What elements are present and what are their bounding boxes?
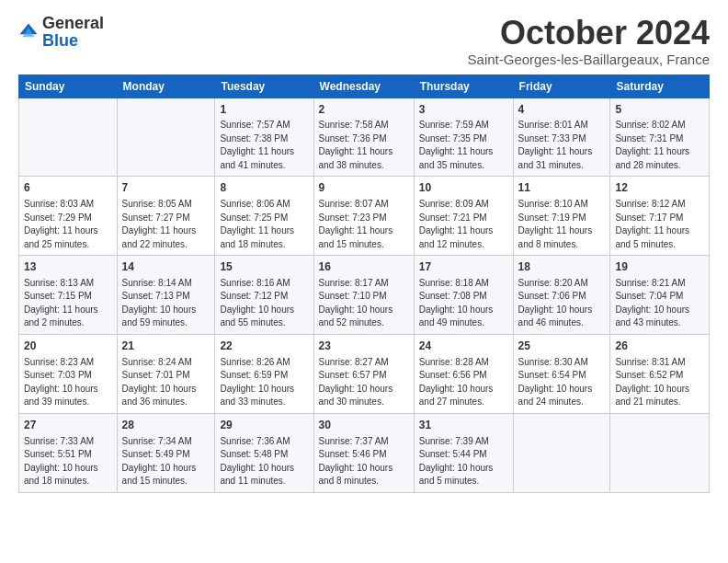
calendar-header-row: Sunday Monday Tuesday Wednesday Thursday… [19,75,710,98]
day-info: Sunrise: 8:12 AMSunset: 7:17 PMDaylight:… [615,198,704,251]
logo: General Blue [18,15,104,50]
calendar-cell: 1Sunrise: 7:57 AMSunset: 7:38 PMDaylight… [215,98,313,177]
day-number: 13 [24,259,112,275]
calendar-cell: 4Sunrise: 8:01 AMSunset: 7:33 PMDaylight… [513,98,610,177]
day-info: Sunrise: 7:33 AMSunset: 5:51 PMDaylight:… [24,435,112,488]
day-info: Sunrise: 7:57 AMSunset: 7:38 PMDaylight:… [220,119,308,172]
day-info: Sunrise: 8:14 AMSunset: 7:13 PMDaylight:… [122,277,210,330]
day-number: 28 [122,418,210,433]
day-info: Sunrise: 8:17 AMSunset: 7:10 PMDaylight:… [319,277,409,330]
day-info: Sunrise: 8:09 AMSunset: 7:21 PMDaylight:… [419,198,508,251]
day-number: 4 [518,102,606,118]
day-info: Sunrise: 7:58 AMSunset: 7:36 PMDaylight:… [319,119,409,172]
calendar-cell: 22Sunrise: 8:26 AMSunset: 6:59 PMDayligh… [215,334,313,413]
day-number: 12 [615,180,704,196]
col-monday: Monday [117,75,215,98]
day-number: 7 [122,180,210,196]
calendar-cell: 7Sunrise: 8:05 AMSunset: 7:27 PMDaylight… [117,177,215,256]
day-info: Sunrise: 8:13 AMSunset: 7:15 PMDaylight:… [24,277,112,330]
calendar-week-row: 6Sunrise: 8:03 AMSunset: 7:29 PMDaylight… [19,177,710,256]
calendar-cell: 6Sunrise: 8:03 AMSunset: 7:29 PMDaylight… [19,177,118,256]
calendar-cell: 23Sunrise: 8:27 AMSunset: 6:57 PMDayligh… [313,334,414,413]
day-info: Sunrise: 8:01 AMSunset: 7:33 PMDaylight:… [518,119,606,172]
day-number: 8 [220,180,308,196]
calendar-cell: 15Sunrise: 8:16 AMSunset: 7:12 PMDayligh… [215,256,313,335]
day-info: Sunrise: 7:37 AMSunset: 5:46 PMDaylight:… [319,435,409,488]
calendar-cell: 14Sunrise: 8:14 AMSunset: 7:13 PMDayligh… [117,256,215,335]
day-number: 9 [319,180,409,196]
day-info: Sunrise: 8:07 AMSunset: 7:23 PMDaylight:… [319,198,409,251]
col-saturday: Saturday [610,75,710,98]
day-info: Sunrise: 8:31 AMSunset: 6:52 PMDaylight:… [615,356,704,409]
calendar-cell: 9Sunrise: 8:07 AMSunset: 7:23 PMDaylight… [313,177,414,256]
calendar-cell: 28Sunrise: 7:34 AMSunset: 5:49 PMDayligh… [117,413,215,492]
day-info: Sunrise: 8:03 AMSunset: 7:29 PMDaylight:… [24,198,112,251]
day-number: 27 [24,418,112,433]
day-info: Sunrise: 8:18 AMSunset: 7:08 PMDaylight:… [419,277,508,330]
calendar-week-row: 13Sunrise: 8:13 AMSunset: 7:15 PMDayligh… [19,256,710,335]
calendar-cell: 17Sunrise: 8:18 AMSunset: 7:08 PMDayligh… [414,256,513,335]
calendar-cell: 12Sunrise: 8:12 AMSunset: 7:17 PMDayligh… [610,177,710,256]
calendar-cell: 19Sunrise: 8:21 AMSunset: 7:04 PMDayligh… [610,256,710,335]
logo-blue: Blue [42,31,78,50]
day-number: 20 [24,339,112,354]
calendar-cell: 3Sunrise: 7:59 AMSunset: 7:35 PMDaylight… [414,98,513,177]
calendar-week-row: 1Sunrise: 7:57 AMSunset: 7:38 PMDaylight… [19,98,710,177]
logo-icon [18,22,39,42]
day-number: 18 [518,259,606,275]
day-number: 22 [220,339,308,354]
day-info: Sunrise: 8:05 AMSunset: 7:27 PMDaylight:… [122,198,210,251]
calendar-cell: 29Sunrise: 7:36 AMSunset: 5:48 PMDayligh… [215,413,313,492]
title-block: October 2024 Saint-Georges-les-Baillarge… [468,15,710,67]
day-info: Sunrise: 8:23 AMSunset: 7:03 PMDaylight:… [24,356,112,409]
calendar-cell: 8Sunrise: 8:06 AMSunset: 7:25 PMDaylight… [215,177,313,256]
day-number: 30 [319,418,409,433]
day-number: 3 [419,102,508,118]
calendar-cell [513,413,610,492]
day-number: 31 [419,418,508,433]
day-number: 24 [419,339,508,354]
calendar-cell: 31Sunrise: 7:39 AMSunset: 5:44 PMDayligh… [414,413,513,492]
day-number: 14 [122,259,210,275]
month-title: October 2024 [468,15,710,52]
col-thursday: Thursday [414,75,513,98]
day-info: Sunrise: 8:02 AMSunset: 7:31 PMDaylight:… [615,119,704,172]
day-number: 23 [319,339,409,354]
calendar-cell: 25Sunrise: 8:30 AMSunset: 6:54 PMDayligh… [513,334,610,413]
day-number: 2 [319,102,409,118]
day-info: Sunrise: 8:30 AMSunset: 6:54 PMDaylight:… [518,356,606,409]
day-info: Sunrise: 8:26 AMSunset: 6:59 PMDaylight:… [220,356,308,409]
calendar-cell [117,98,215,177]
calendar-cell: 20Sunrise: 8:23 AMSunset: 7:03 PMDayligh… [19,334,118,413]
day-info: Sunrise: 8:10 AMSunset: 7:19 PMDaylight:… [518,198,606,251]
day-number: 11 [518,180,606,196]
calendar-cell: 11Sunrise: 8:10 AMSunset: 7:19 PMDayligh… [513,177,610,256]
day-info: Sunrise: 8:20 AMSunset: 7:06 PMDaylight:… [518,277,606,330]
day-number: 5 [615,102,704,118]
day-info: Sunrise: 8:16 AMSunset: 7:12 PMDaylight:… [220,277,308,330]
day-number: 17 [419,259,508,275]
calendar-cell: 5Sunrise: 8:02 AMSunset: 7:31 PMDaylight… [610,98,710,177]
calendar-cell: 16Sunrise: 8:17 AMSunset: 7:10 PMDayligh… [313,256,414,335]
calendar-cell: 18Sunrise: 8:20 AMSunset: 7:06 PMDayligh… [513,256,610,335]
calendar-cell: 21Sunrise: 8:24 AMSunset: 7:01 PMDayligh… [117,334,215,413]
calendar-cell: 27Sunrise: 7:33 AMSunset: 5:51 PMDayligh… [19,413,118,492]
location-title: Saint-Georges-les-Baillargeaux, France [468,52,710,67]
col-tuesday: Tuesday [215,75,313,98]
day-number: 25 [518,339,606,354]
day-number: 26 [615,339,704,354]
logo-general: General [42,14,104,32]
calendar-week-row: 27Sunrise: 7:33 AMSunset: 5:51 PMDayligh… [19,413,710,492]
day-number: 10 [419,180,508,196]
day-info: Sunrise: 8:06 AMSunset: 7:25 PMDaylight:… [220,198,308,251]
page: General Blue October 2024 Saint-Georges-… [0,0,728,563]
day-number: 19 [615,259,704,275]
col-wednesday: Wednesday [313,75,414,98]
calendar-cell: 13Sunrise: 8:13 AMSunset: 7:15 PMDayligh… [19,256,118,335]
day-number: 21 [122,339,210,354]
calendar-week-row: 20Sunrise: 8:23 AMSunset: 7:03 PMDayligh… [19,334,710,413]
day-number: 16 [319,259,409,275]
day-number: 6 [24,180,112,196]
day-number: 15 [220,259,308,275]
calendar-cell: 30Sunrise: 7:37 AMSunset: 5:46 PMDayligh… [313,413,414,492]
